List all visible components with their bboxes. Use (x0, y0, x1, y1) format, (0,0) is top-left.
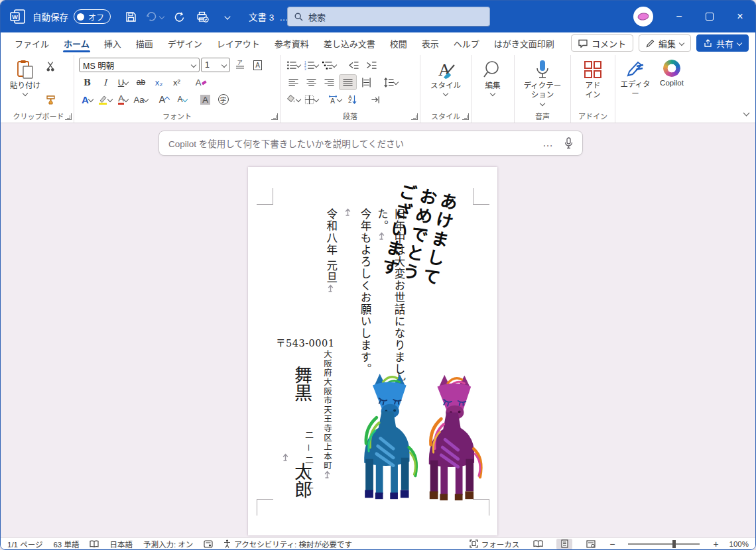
bold-button[interactable]: B (79, 75, 95, 89)
cut-button[interactable] (42, 59, 59, 74)
subscript-button[interactable]: x₂ (151, 75, 167, 89)
proofing-status[interactable] (90, 540, 99, 548)
toolbar-overflow-chevron[interactable] (216, 7, 236, 27)
distribute-button[interactable] (358, 75, 375, 89)
close-button[interactable]: × (725, 1, 755, 32)
search-input[interactable]: 検索 (287, 7, 490, 27)
ime-status[interactable] (204, 540, 213, 548)
copilot-mic-button[interactable] (564, 137, 573, 149)
shrink-font-button[interactable]: A (174, 92, 190, 107)
line-spacing-button[interactable] (383, 75, 399, 89)
paste-button[interactable]: 貼り付け (8, 56, 42, 107)
numbering-button[interactable]: 123 (303, 58, 320, 72)
postal-code[interactable]: 〒543-0001 (276, 335, 334, 349)
copilot-more-button[interactable]: … (542, 137, 554, 149)
focus-mode-button[interactable]: フォーカス (470, 539, 520, 549)
language-status[interactable]: 日本語 (109, 539, 133, 549)
superscript-button[interactable]: x² (168, 75, 185, 89)
styles-dialog-launcher[interactable] (462, 113, 469, 120)
borders-button[interactable] (303, 92, 320, 107)
copilot-button[interactable]: Copilot (655, 56, 689, 99)
underline-button[interactable]: U (115, 75, 131, 89)
autosave-toggle[interactable]: オフ (74, 9, 111, 24)
change-case-button[interactable]: Aa (133, 92, 149, 107)
word-logo-icon[interactable]: W (10, 9, 26, 25)
tab-draw[interactable]: 描画 (129, 32, 160, 54)
tab-layout[interactable]: レイアウト (210, 32, 267, 54)
copilot-prompt-bar[interactable]: Copilot を使用して何を下書きしたいかを説明してください … (158, 131, 583, 156)
sender-name-part1[interactable]: 舞黒 (289, 366, 315, 411)
print-layout-button[interactable] (556, 539, 572, 549)
dictation-button[interactable]: ディクテーション (519, 56, 566, 105)
tab-design[interactable]: デザイン (160, 32, 210, 54)
page-count[interactable]: 1/1 ページ (7, 539, 42, 549)
character-scaling-button[interactable]: A (326, 92, 343, 107)
multilevel-list-button[interactable] (321, 58, 338, 72)
account-avatar[interactable] (633, 7, 653, 27)
web-layout-button[interactable] (583, 539, 599, 549)
grow-font-button[interactable]: A (156, 92, 172, 107)
decrease-indent-button[interactable] (346, 58, 362, 72)
tab-hagaki-print[interactable]: はがき文面印刷 (487, 32, 562, 54)
character-border-button[interactable]: A (249, 58, 266, 72)
tab-home[interactable]: ホーム (56, 32, 97, 54)
save-button[interactable] (121, 7, 141, 27)
align-left-button[interactable] (285, 75, 302, 89)
postcard-page[interactable]: あけまして おめでとう ございます 旧年中は大変お世話になりまし た。 今年もよ… (248, 167, 497, 535)
clear-formatting-button[interactable]: A (193, 75, 210, 89)
undo-button[interactable] (145, 7, 164, 27)
document-title[interactable]: 文書 3 (249, 10, 274, 23)
italic-button[interactable]: I (97, 75, 113, 89)
redo-button[interactable] (168, 7, 188, 27)
comments-button[interactable]: コメント (571, 34, 633, 52)
character-shading-button[interactable]: A (197, 92, 214, 107)
format-painter-button[interactable] (42, 92, 59, 107)
highlight-color-button[interactable] (97, 92, 113, 107)
body-text[interactable]: 旧年中は大変お世話になりまし た。 今年もよろしくお願いします。 令和八年 元旦 (322, 208, 407, 382)
address-line1[interactable]: 大阪府大阪市天王寺区上本町 (321, 350, 334, 478)
sender-name-part2[interactable]: 太郎 (289, 463, 315, 508)
styles-button[interactable]: A スタイル (425, 56, 466, 95)
shading-button[interactable] (285, 92, 302, 107)
bullets-button[interactable] (285, 58, 302, 72)
align-right-button[interactable] (321, 75, 338, 89)
enclose-characters-button[interactable]: 字 (215, 92, 231, 107)
clipboard-dialog-launcher[interactable] (65, 113, 72, 120)
accessibility-status[interactable]: アクセシビリティ: 検討が必要です (223, 539, 352, 549)
font-dialog-launcher[interactable] (271, 113, 278, 120)
increase-indent-button[interactable] (363, 58, 380, 72)
collapse-ribbon-chevron[interactable] (744, 107, 749, 119)
tab-insert[interactable]: 挿入 (97, 32, 129, 54)
horses-illustration[interactable] (355, 371, 491, 504)
zoom-out-button[interactable]: − (609, 539, 615, 549)
zoom-level[interactable]: 100% (729, 540, 749, 548)
share-button[interactable]: 共有 (696, 34, 749, 52)
editing-button[interactable]: 編集 (476, 56, 509, 95)
font-size-combo[interactable]: 1 (201, 58, 230, 72)
paragraph-dialog-launcher[interactable] (411, 113, 418, 120)
zoom-in-button[interactable]: + (713, 539, 718, 549)
tab-references[interactable]: 参考資料 (267, 32, 316, 54)
minimize-button[interactable]: − (664, 1, 694, 32)
read-mode-button[interactable] (530, 539, 546, 549)
maximize-button[interactable] (694, 1, 725, 32)
tab-file[interactable]: ファイル (7, 32, 56, 54)
quick-print-button[interactable] (192, 7, 212, 27)
tab-mailings[interactable]: 差し込み文書 (316, 32, 383, 54)
zoom-slider[interactable] (628, 543, 700, 545)
document-canvas[interactable]: あけまして おめでとう ございます 旧年中は大変お世話になりまし た。 今年もよ… (1, 123, 755, 537)
word-count[interactable]: 63 単語 (53, 539, 79, 549)
copy-button[interactable] (42, 76, 59, 90)
align-center-button[interactable] (303, 75, 320, 89)
zoom-slider-thumb[interactable] (672, 540, 676, 548)
tab-review[interactable]: 校閲 (383, 32, 414, 54)
font-color-button[interactable]: A (115, 92, 131, 107)
ruby-button[interactable]: ア (231, 58, 248, 72)
text-effects-button[interactable]: A (79, 92, 95, 107)
tab-view[interactable]: 表示 (414, 32, 446, 54)
font-name-combo[interactable]: MS 明朝 (79, 58, 200, 72)
sort-button[interactable]: AZ (344, 92, 361, 107)
editor-button[interactable]: エディター (620, 56, 651, 99)
justify-button[interactable] (339, 74, 357, 90)
strikethrough-button[interactable]: ab (133, 75, 149, 89)
